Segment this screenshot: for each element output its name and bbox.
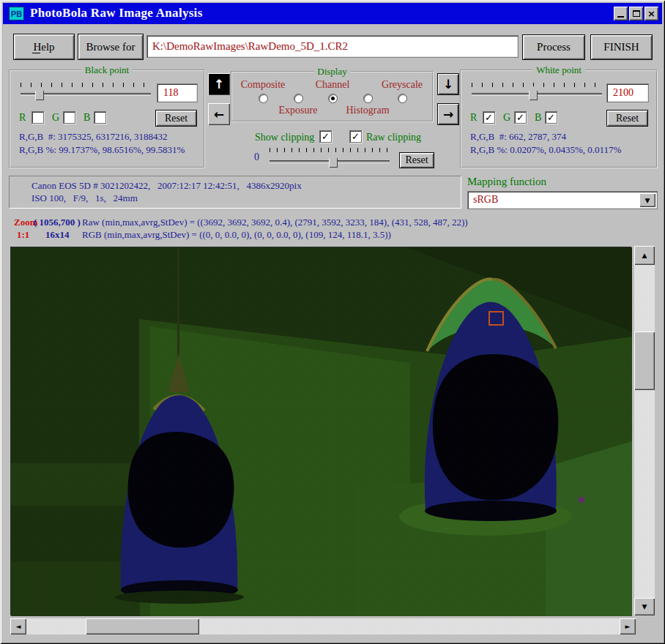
title-bar: PB PhotoBola Raw Image Analysis × <box>3 3 662 24</box>
raw-image-view <box>11 247 632 616</box>
display-slider-thumb[interactable] <box>329 154 338 168</box>
scroll-down-button[interactable]: ▼ <box>634 598 655 615</box>
horizontal-scrollbar[interactable]: ◄ ► <box>10 618 636 634</box>
display-group-title: Display <box>313 66 350 78</box>
mapping-dropdown-button[interactable]: ▼ <box>639 193 655 207</box>
white-point-value-input[interactable]: 2100 <box>606 83 649 102</box>
black-point-b-checkbox[interactable] <box>94 111 106 124</box>
black-point-r-label: R <box>19 112 26 124</box>
check-icon: ✓ <box>547 113 555 122</box>
radio-composite[interactable] <box>259 94 268 103</box>
black-point-value: 118 <box>157 87 178 99</box>
display-reset-button[interactable]: Reset <box>399 152 434 168</box>
radio-exposure[interactable] <box>294 94 303 103</box>
black-point-counts: R,G,B #: 3175325, 6317216, 3188432 <box>19 131 168 143</box>
scroll-left-button[interactable]: ◄ <box>10 618 26 634</box>
raw-clipping-label: Raw clipping <box>366 132 421 143</box>
app-icon: PB <box>9 7 24 20</box>
window-title: PhotoBola Raw Image Analysis <box>30 6 203 20</box>
white-point-slider-thumb[interactable] <box>529 86 538 100</box>
white-point-reset-label: Reset <box>616 113 639 124</box>
black-point-g-checkbox[interactable] <box>63 111 75 124</box>
check-icon: ✓ <box>352 132 360 141</box>
finish-button[interactable]: FINISH <box>590 34 653 60</box>
vertical-scrollbar[interactable]: ▲ ▼ <box>634 246 655 615</box>
white-point-value: 2100 <box>607 87 634 99</box>
black-point-slider-ticks <box>21 83 151 87</box>
help-accel-underline <box>32 53 40 53</box>
triangle-down-icon: ▼ <box>642 603 647 610</box>
pan-up-button[interactable]: ↑ <box>208 73 230 95</box>
check-icon: ✓ <box>322 132 330 141</box>
help-button[interactable]: Help <box>13 34 75 60</box>
display-reset-label: Reset <box>405 154 428 166</box>
scroll-up-button[interactable]: ▲ <box>634 246 655 265</box>
white-point-counts: R,G,B #: 662, 2787, 374 <box>470 131 566 143</box>
check-icon: ✓ <box>516 113 524 122</box>
horizontal-scrollbar-thumb[interactable] <box>86 618 199 634</box>
pan-down-button[interactable]: ↓ <box>437 73 459 95</box>
pan-left-button[interactable]: ← <box>208 103 230 125</box>
white-point-b-label: B <box>535 112 541 124</box>
mapping-function-label: Mapping function <box>467 176 546 188</box>
white-point-percents: R,G,B %: 0.0207%, 0.0435%, 0.0117% <box>470 144 621 156</box>
process-button[interactable]: Process <box>522 34 585 60</box>
white-point-r-checkbox[interactable]: ✓ <box>483 111 495 124</box>
white-point-r-label: R <box>470 112 477 124</box>
radio-label-channel: Channel <box>316 79 350 91</box>
file-path-value: K:\DemoRawImages\RawDemo_5D_1.CR2 <box>147 40 348 53</box>
radio-label-greyscale: Greyscale <box>382 79 423 91</box>
vertical-scrollbar-thumb[interactable] <box>634 332 655 390</box>
pan-right-button[interactable]: → <box>437 103 459 125</box>
maximize-button[interactable] <box>629 7 643 20</box>
close-icon: × <box>647 9 655 18</box>
black-point-r-checkbox[interactable] <box>31 111 44 124</box>
radio-greyscale[interactable] <box>398 94 407 103</box>
black-point-reset-label: Reset <box>165 113 187 124</box>
browse-button-label: Browse for <box>86 41 135 53</box>
raw-image-canvas[interactable] <box>10 247 631 615</box>
radio-histogram[interactable] <box>363 94 373 103</box>
triangle-left-icon: ◄ <box>16 623 21 630</box>
black-point-b-label: B <box>83 112 90 124</box>
arrow-up-icon: ↑ <box>214 77 224 91</box>
close-button[interactable]: × <box>644 7 658 20</box>
black-point-value-input[interactable]: 118 <box>157 83 198 102</box>
black-point-title: Black point <box>81 64 133 76</box>
display-slider-ticks <box>270 148 390 152</box>
white-point-reset-button[interactable]: Reset <box>606 110 648 127</box>
camera-info-panel: Canon EOS 5D # 3021202422, 2007:12:17 12… <box>9 176 461 209</box>
black-point-group: Black point 118 R G B Reset R,G,B #: 317… <box>9 70 205 168</box>
white-point-g-checkbox[interactable]: ✓ <box>514 111 527 124</box>
black-point-g-label: G <box>52 112 59 124</box>
display-group: Display Composite Channel Greyscale Expo… <box>231 71 434 122</box>
raw-stats-line: Raw (min,max,avrg,StDev) = ((3692, 3692,… <box>82 217 468 228</box>
maximize-icon <box>633 10 640 17</box>
minimize-button[interactable] <box>614 7 628 20</box>
app-window: PB PhotoBola Raw Image Analysis × Help B… <box>0 0 665 644</box>
white-point-b-checkbox[interactable]: ✓ <box>545 111 557 124</box>
white-point-g-label: G <box>503 112 510 124</box>
browse-button[interactable]: Browse for <box>78 34 144 60</box>
arrow-down-icon: ↓ <box>443 77 453 91</box>
radio-channel[interactable] <box>328 94 338 103</box>
show-clipping-checkbox[interactable]: ✓ <box>319 130 332 143</box>
black-point-slider-thumb[interactable] <box>35 86 44 100</box>
help-button-label: Help <box>33 41 54 53</box>
black-point-percents: R,G,B %: 99.1737%, 98.6516%, 99.5831% <box>19 144 185 156</box>
process-button-label: Process <box>537 41 571 53</box>
black-point-reset-button[interactable]: Reset <box>155 110 197 127</box>
display-slider-min-label: 0 <box>254 151 259 163</box>
raw-clipping-checkbox[interactable]: ✓ <box>349 130 362 143</box>
scroll-right-button[interactable]: ► <box>620 618 636 634</box>
minimize-icon <box>617 16 624 18</box>
rgb-stats-line: RGB (min,max,avrg,StDev) = ((0, 0, 0.0, … <box>82 229 391 241</box>
arrow-left-icon: ← <box>214 107 224 121</box>
zoom-coords: ( 1056,700 ) <box>34 217 81 228</box>
finish-button-label: FINISH <box>603 41 639 53</box>
check-icon: ✓ <box>485 113 493 122</box>
file-path-input[interactable]: K:\DemoRawImages\RawDemo_5D_1.CR2 <box>146 35 519 58</box>
zoom-ratio: 1:1 <box>17 229 29 241</box>
mapping-function-value: sRGB <box>473 194 498 206</box>
mapping-function-select[interactable]: sRGB ▼ <box>467 191 658 209</box>
